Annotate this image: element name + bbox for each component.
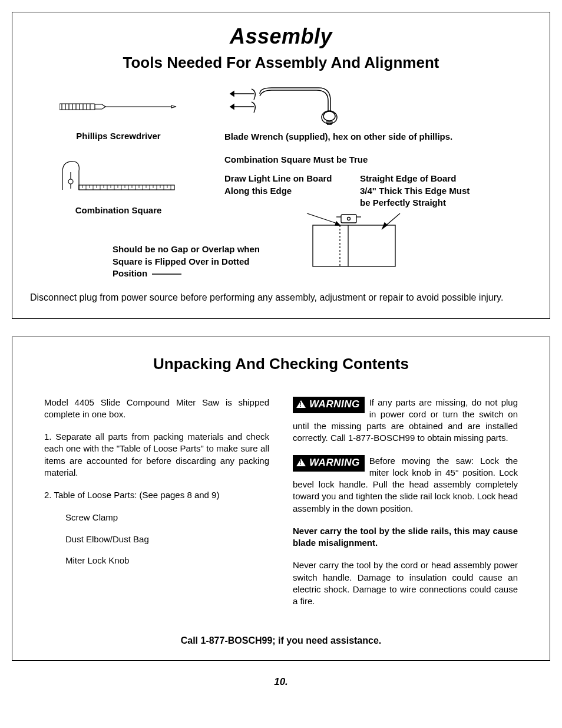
- page-number: 10.: [12, 676, 550, 688]
- square-true-block: Combination Square Must be True Draw Lig…: [224, 154, 532, 215]
- svg-point-51: [348, 218, 351, 220]
- step-2: 2. Table of Loose Parts: (See pages 8 an…: [44, 489, 269, 501]
- warning-badge: WARNING: [293, 397, 365, 413]
- assistance-line: Call 1-877-BOSCH99; if you need assistan…: [44, 635, 518, 646]
- leader-line-icon: [152, 271, 181, 277]
- section2-subtitle: Unpacking And Checking Contents: [44, 355, 518, 373]
- tool-blade-wrench: Blade Wrench (supplied), hex on other si…: [224, 86, 532, 143]
- warning-triangle-icon: [296, 400, 306, 408]
- svg-rect-50: [341, 215, 356, 223]
- left-column: Model 4405 Slide Compound Miter Saw is s…: [44, 397, 269, 618]
- loose-parts-list: Screw Clamp Dust Elbow/Dust Bag Miter Lo…: [65, 512, 269, 566]
- square-true-diagram-icon: [295, 213, 413, 281]
- warning-1: WARNING If any parts are missing, do not…: [293, 397, 518, 444]
- list-item: Dust Elbow/Dust Bag: [65, 533, 269, 545]
- square-gap-note-text: Should be no Gap or Overlap when Square …: [113, 244, 260, 278]
- tools-grid: Phillips Screwdriver: [30, 86, 532, 143]
- two-column-body: Model 4405 Slide Compound Miter Saw is s…: [44, 397, 518, 618]
- warning-2: WARNING Before moving the saw: Lock the …: [293, 455, 518, 515]
- list-item: Screw Clamp: [65, 512, 269, 523]
- combination-square-label: Combination Square: [30, 205, 207, 215]
- combination-square-cell: Combination Square: [30, 154, 207, 215]
- intro-paragraph: Model 4405 Slide Compound Miter Saw is s…: [44, 397, 269, 421]
- tool-blade-wrench-label: Blade Wrench (supplied), hex on other si…: [224, 131, 532, 143]
- svg-rect-47: [313, 225, 395, 266]
- combination-square-icon: [30, 154, 207, 202]
- svg-point-17: [68, 179, 73, 184]
- right-column: WARNING If any parts are missing, do not…: [293, 397, 518, 618]
- phillips-screwdriver-icon: [30, 86, 207, 127]
- square-gap-note: Should be no Gap or Overlap when Square …: [113, 243, 277, 279]
- warning-triangle-icon: [296, 459, 306, 466]
- section1-subtitle: Tools Needed For Assembly And Alignment: [30, 54, 532, 72]
- square-col-draw-line: Draw Light Line on Board Along this Edge: [224, 173, 336, 209]
- square-true-heading: Combination Square Must be True: [224, 154, 532, 164]
- unpacking-section: Unpacking And Checking Contents Model 44…: [12, 337, 550, 661]
- svg-line-52: [307, 213, 339, 224]
- list-item: Miter Lock Knob: [65, 555, 269, 566]
- blade-wrench-icon: [224, 86, 532, 127]
- tool-phillips-label: Phillips Screwdriver: [30, 131, 207, 141]
- disconnect-warning-text: Disconnect plug from power source before…: [30, 291, 532, 304]
- never-carry-bold: Never carry the tool by the slide rails,…: [293, 525, 518, 549]
- tool-phillips: Phillips Screwdriver: [30, 86, 207, 143]
- never-carry-cord: Never carry the tool by the cord or head…: [293, 559, 518, 607]
- square-col-straight-edge: Straight Edge of Board 3/4" Thick This E…: [360, 173, 472, 209]
- warning-badge: WARNING: [293, 455, 365, 472]
- step-1: 1. Separate all parts from packing mater…: [44, 431, 269, 479]
- svg-point-14: [323, 111, 335, 121]
- combination-square-area: Combination Square Combination Square Mu…: [30, 154, 532, 215]
- svg-rect-0: [59, 104, 95, 110]
- assembly-section: Assembly Tools Needed For Assembly And A…: [12, 12, 550, 319]
- warning-label-text: WARNING: [309, 398, 360, 410]
- warning-label-text: WARNING: [309, 457, 360, 468]
- page-title: Assembly: [30, 24, 532, 49]
